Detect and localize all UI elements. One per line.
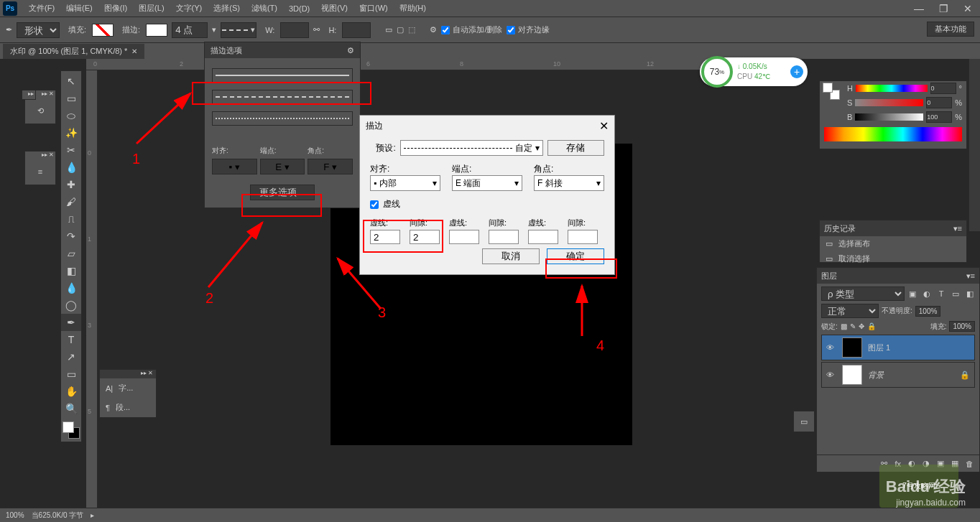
auto-add-checkbox[interactable] — [441, 26, 450, 34]
link-icon[interactable]: ⚯ — [313, 25, 320, 34]
width-input[interactable] — [280, 22, 309, 38]
collapsed-panel-dock-2[interactable]: ▸▸ ✕ ≡ — [24, 151, 56, 185]
gear-icon[interactable]: ⚙ — [430, 25, 437, 34]
dlg-corners-select[interactable]: F 斜接▾ — [534, 175, 604, 191]
cancel-button[interactable]: 取消 — [482, 248, 540, 264]
blur-tool[interactable]: 💧 — [61, 279, 81, 297]
dashed-checkbox[interactable] — [370, 200, 379, 209]
dash1-input[interactable] — [370, 230, 400, 244]
crop-tool[interactable]: ✂ — [61, 141, 81, 159]
stroke-width-dropdown[interactable]: ▾ — [212, 25, 216, 34]
hue-slider[interactable] — [856, 85, 928, 92]
menu-image[interactable]: 图像(I) — [98, 0, 133, 17]
path-op-3[interactable]: ⬚ — [408, 25, 415, 34]
workspace-switcher[interactable]: 基本功能 — [927, 22, 974, 37]
path-op-1[interactable]: ▭ — [385, 25, 392, 34]
gap1-input[interactable] — [410, 230, 440, 244]
cpu-add-icon[interactable]: + — [790, 65, 803, 78]
pen-tool[interactable]: ✒ — [61, 314, 81, 331]
menu-type[interactable]: 文字(Y) — [170, 0, 208, 17]
layer-item[interactable]: 👁 背景 🔒 — [821, 362, 975, 388]
menu-select[interactable]: 选择(S) — [208, 0, 246, 17]
history-tab[interactable]: 历史记录 — [824, 223, 856, 234]
menu-3d[interactable]: 3D(D) — [283, 1, 315, 16]
fill-swatch[interactable] — [92, 24, 114, 37]
caps-select[interactable]: E ▾ — [260, 159, 305, 174]
character-button[interactable]: 字... — [119, 383, 133, 393]
type-tool[interactable]: T — [61, 331, 81, 348]
zoom-tool[interactable]: 🔍 — [61, 400, 81, 417]
stroke-style-dropdown[interactable]: ▾ — [221, 22, 256, 38]
stroke-preset-solid[interactable] — [212, 68, 353, 83]
filter-adjust-icon[interactable]: ◐ — [922, 289, 932, 299]
menu-edit[interactable]: 编辑(E) — [60, 0, 98, 17]
lock-move-icon[interactable]: ✥ — [859, 322, 864, 330]
cpu-monitor-widget[interactable]: 73% ↓ 0.05K/s CPU 42℃ + — [700, 57, 808, 86]
s-input[interactable] — [926, 97, 952, 108]
magic-wand-tool[interactable]: ✨ — [61, 124, 81, 141]
lock-icon[interactable]: 🔒 — [867, 322, 876, 330]
window-minimize[interactable]: — — [907, 0, 931, 17]
b-input[interactable] — [926, 111, 952, 123]
stroke-preset-dotted[interactable] — [212, 111, 353, 126]
brush-tool[interactable]: 🖌 — [61, 193, 81, 210]
dash2-input[interactable] — [449, 230, 479, 244]
hand-tool[interactable]: ✋ — [61, 383, 81, 400]
stroke-preset-dashed[interactable] — [212, 90, 353, 104]
history-brush-tool[interactable]: ↷ — [61, 228, 81, 245]
close-tab-icon[interactable]: ✕ — [131, 47, 137, 55]
spectrum-bar[interactable] — [824, 127, 962, 141]
healing-tool[interactable]: ✚ — [61, 176, 81, 193]
color-swatch-pair[interactable] — [823, 83, 840, 100]
marquee-tool[interactable]: ▭ — [61, 90, 81, 107]
align-edges-checkbox[interactable] — [507, 26, 515, 34]
dlg-caps-select[interactable]: E 端面▾ — [452, 175, 522, 191]
history-item[interactable]: ▭选择画布 — [820, 236, 966, 251]
corners-select[interactable]: F ▾ — [308, 159, 353, 174]
menu-help[interactable]: 帮助(H) — [394, 0, 432, 17]
menu-layer[interactable]: 图层(L) — [133, 0, 170, 17]
menu-file[interactable]: 文件(F) — [23, 0, 60, 17]
more-options-button[interactable]: 更多选项... — [250, 185, 315, 200]
dash3-input[interactable] — [528, 230, 558, 244]
blend-mode-select[interactable]: 正常 — [821, 304, 879, 318]
gap2-input[interactable] — [489, 230, 519, 244]
stroke-swatch[interactable] — [146, 24, 167, 37]
ok-button[interactable]: 确定 — [547, 248, 604, 264]
history-item[interactable]: ▭取消选择 — [820, 251, 966, 266]
mode-select[interactable]: 形状 — [17, 22, 60, 38]
window-maximize[interactable]: ❐ — [931, 0, 956, 17]
stroke-popup-gear-icon[interactable]: ⚙ — [347, 46, 354, 55]
gap3-input[interactable] — [568, 230, 598, 244]
paragraph-button[interactable]: 段... — [116, 402, 130, 413]
zoom-level[interactable]: 100% — [6, 511, 24, 519]
align-select[interactable]: ▪ ▾ — [212, 159, 257, 174]
doc-size[interactable]: 当625.0K/0 字节 — [32, 511, 84, 521]
lock-pixel-icon[interactable]: ✎ — [850, 322, 856, 330]
filter-type-icon[interactable]: T — [936, 289, 946, 299]
gradient-tool[interactable]: ◧ — [61, 262, 81, 279]
path-op-2[interactable]: ▢ — [397, 25, 404, 34]
symmetry-icon[interactable]: ⟲ — [25, 98, 55, 123]
color-swatches[interactable] — [61, 420, 81, 440]
move-tool[interactable]: ↖ — [61, 73, 81, 90]
window-close[interactable]: ✕ — [956, 0, 980, 17]
layer-name[interactable]: 图层 1 — [868, 342, 890, 353]
fill-value[interactable]: 100% — [949, 321, 975, 332]
lock-all-icon[interactable]: ▩ — [841, 322, 847, 330]
layer-filter-select[interactable]: ρ 类型 — [821, 286, 905, 301]
filter-smart-icon[interactable]: ◧ — [965, 289, 975, 299]
bri-slider[interactable] — [855, 113, 923, 121]
brush-panel-icon[interactable]: ≡ — [25, 159, 55, 185]
visibility-icon[interactable]: 👁 — [826, 370, 836, 379]
shape-tool[interactable]: ▭ — [61, 365, 81, 383]
toolbox-handle[interactable]: ▸▸ — [22, 90, 36, 100]
menu-filter[interactable]: 滤镜(T) — [246, 0, 283, 17]
visibility-icon[interactable]: 👁 — [826, 343, 836, 352]
sat-slider[interactable] — [855, 99, 923, 106]
layers-tab[interactable]: 图层 — [821, 271, 837, 281]
panel-menu-icon[interactable]: ▾≡ — [966, 271, 975, 281]
dlg-align-select[interactable]: ▪ 内部▾ — [370, 175, 440, 191]
menu-view[interactable]: 视图(V) — [315, 0, 353, 17]
layer-thumbnail[interactable] — [842, 337, 862, 358]
